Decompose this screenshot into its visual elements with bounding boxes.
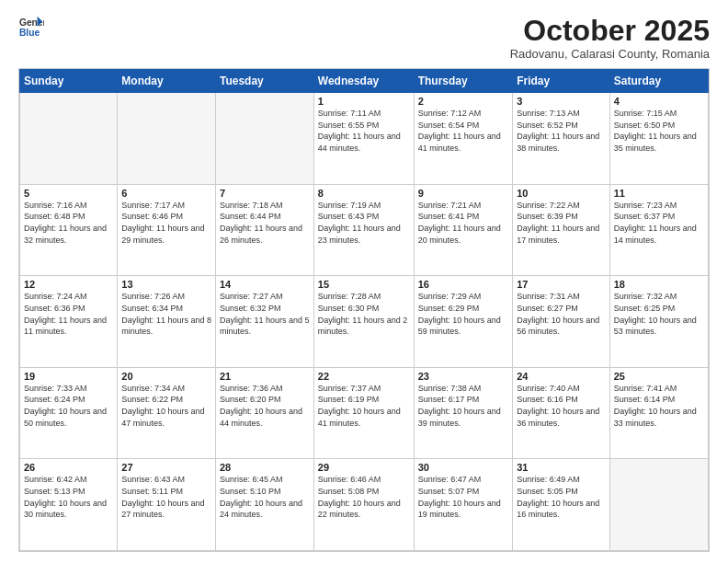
day-info: Sunrise: 7:41 AMSunset: 6:14 PMDaylight:…	[614, 383, 704, 429]
cal-cell-4-4: 30Sunrise: 6:47 AMSunset: 5:07 PMDayligh…	[414, 459, 513, 551]
day-info: Sunrise: 7:29 AMSunset: 6:29 PMDaylight:…	[418, 291, 509, 337]
day-info: Sunrise: 7:16 AMSunset: 6:48 PMDaylight:…	[24, 200, 113, 246]
day-info: Sunrise: 7:15 AMSunset: 6:50 PMDaylight:…	[614, 108, 704, 154]
cal-cell-1-6: 11Sunrise: 7:23 AMSunset: 6:37 PMDayligh…	[609, 184, 708, 276]
calendar-table: Sunday Monday Tuesday Wednesday Thursday…	[19, 69, 709, 551]
day-info: Sunrise: 7:37 AMSunset: 6:19 PMDaylight:…	[318, 383, 410, 429]
day-number: 29	[318, 462, 410, 473]
cal-cell-2-3: 15Sunrise: 7:28 AMSunset: 6:30 PMDayligh…	[313, 276, 414, 368]
day-number: 20	[121, 371, 211, 382]
day-number: 19	[24, 371, 113, 382]
cal-cell-1-3: 8Sunrise: 7:19 AMSunset: 6:43 PMDaylight…	[313, 184, 414, 276]
col-thursday: Thursday	[414, 70, 513, 93]
day-number: 18	[614, 279, 704, 290]
day-info: Sunrise: 7:23 AMSunset: 6:37 PMDaylight:…	[614, 200, 704, 246]
day-number: 9	[418, 188, 509, 199]
day-number: 28	[220, 462, 310, 473]
day-info: Sunrise: 7:22 AMSunset: 6:39 PMDaylight:…	[517, 200, 606, 246]
cal-cell-4-1: 27Sunrise: 6:43 AMSunset: 5:11 PMDayligh…	[118, 459, 216, 551]
week-row-2: 12Sunrise: 7:24 AMSunset: 6:36 PMDayligh…	[20, 276, 709, 368]
cal-cell-0-5: 3Sunrise: 7:13 AMSunset: 6:52 PMDaylight…	[513, 93, 610, 185]
day-info: Sunrise: 7:31 AMSunset: 6:27 PMDaylight:…	[517, 291, 606, 337]
cal-cell-1-1: 6Sunrise: 7:17 AMSunset: 6:46 PMDaylight…	[118, 184, 216, 276]
day-number: 27	[121, 462, 211, 473]
day-number: 7	[220, 188, 310, 199]
day-number: 21	[220, 371, 310, 382]
cal-cell-0-4: 2Sunrise: 7:12 AMSunset: 6:54 PMDaylight…	[414, 93, 513, 185]
day-info: Sunrise: 6:46 AMSunset: 5:08 PMDaylight:…	[318, 474, 410, 520]
week-row-0: 1Sunrise: 7:11 AMSunset: 6:55 PMDaylight…	[20, 93, 709, 185]
day-info: Sunrise: 6:49 AMSunset: 5:05 PMDaylight:…	[517, 474, 606, 520]
day-number: 12	[24, 279, 113, 290]
cal-cell-4-5: 31Sunrise: 6:49 AMSunset: 5:05 PMDayligh…	[513, 459, 610, 551]
col-wednesday: Wednesday	[313, 70, 414, 93]
cal-cell-0-3: 1Sunrise: 7:11 AMSunset: 6:55 PMDaylight…	[313, 93, 414, 185]
cal-cell-3-5: 24Sunrise: 7:40 AMSunset: 6:16 PMDayligh…	[513, 367, 610, 459]
subtitle: Radovanu, Calarasi County, Romania	[510, 47, 710, 61]
day-info: Sunrise: 7:40 AMSunset: 6:16 PMDaylight:…	[517, 383, 606, 429]
day-number: 25	[614, 371, 704, 382]
day-number: 26	[24, 462, 113, 473]
cal-cell-4-2: 28Sunrise: 6:45 AMSunset: 5:10 PMDayligh…	[215, 459, 313, 551]
day-info: Sunrise: 7:21 AMSunset: 6:41 PMDaylight:…	[418, 200, 509, 246]
cal-cell-1-4: 9Sunrise: 7:21 AMSunset: 6:41 PMDaylight…	[414, 184, 513, 276]
cal-cell-2-0: 12Sunrise: 7:24 AMSunset: 6:36 PMDayligh…	[20, 276, 118, 368]
logo-icon: General Blue	[18, 15, 44, 40]
day-info: Sunrise: 7:34 AMSunset: 6:22 PMDaylight:…	[121, 383, 211, 429]
week-row-4: 26Sunrise: 6:42 AMSunset: 5:13 PMDayligh…	[20, 459, 709, 551]
logo: General Blue	[18, 15, 44, 40]
day-number: 31	[517, 462, 606, 473]
day-number: 15	[318, 279, 410, 290]
cal-cell-2-6: 18Sunrise: 7:32 AMSunset: 6:25 PMDayligh…	[609, 276, 708, 368]
day-number: 5	[24, 188, 113, 199]
cal-cell-0-2	[215, 93, 313, 185]
day-number: 11	[614, 188, 704, 199]
day-info: Sunrise: 7:32 AMSunset: 6:25 PMDaylight:…	[614, 291, 704, 337]
day-info: Sunrise: 7:13 AMSunset: 6:52 PMDaylight:…	[517, 108, 606, 154]
day-number: 1	[318, 96, 410, 107]
cal-cell-4-3: 29Sunrise: 6:46 AMSunset: 5:08 PMDayligh…	[313, 459, 414, 551]
day-info: Sunrise: 6:47 AMSunset: 5:07 PMDaylight:…	[418, 474, 509, 520]
col-saturday: Saturday	[609, 70, 708, 93]
day-info: Sunrise: 7:19 AMSunset: 6:43 PMDaylight:…	[318, 200, 410, 246]
day-number: 24	[517, 371, 606, 382]
day-info: Sunrise: 7:27 AMSunset: 6:32 PMDaylight:…	[220, 291, 310, 337]
day-info: Sunrise: 7:36 AMSunset: 6:20 PMDaylight:…	[220, 383, 310, 429]
header-row: Sunday Monday Tuesday Wednesday Thursday…	[20, 70, 709, 93]
day-info: Sunrise: 7:18 AMSunset: 6:44 PMDaylight:…	[220, 200, 310, 246]
cal-cell-3-3: 22Sunrise: 7:37 AMSunset: 6:19 PMDayligh…	[313, 367, 414, 459]
cal-cell-0-6: 4Sunrise: 7:15 AMSunset: 6:50 PMDaylight…	[609, 93, 708, 185]
day-info: Sunrise: 7:33 AMSunset: 6:24 PMDaylight:…	[24, 383, 113, 429]
day-info: Sunrise: 6:45 AMSunset: 5:10 PMDaylight:…	[220, 474, 310, 520]
header: General Blue October 2025 Radovanu, Cala…	[18, 15, 710, 61]
cal-cell-1-0: 5Sunrise: 7:16 AMSunset: 6:48 PMDaylight…	[20, 184, 118, 276]
day-info: Sunrise: 6:42 AMSunset: 5:13 PMDaylight:…	[24, 474, 113, 520]
day-number: 4	[614, 96, 704, 107]
week-row-3: 19Sunrise: 7:33 AMSunset: 6:24 PMDayligh…	[20, 367, 709, 459]
col-monday: Monday	[118, 70, 216, 93]
cal-cell-3-2: 21Sunrise: 7:36 AMSunset: 6:20 PMDayligh…	[215, 367, 313, 459]
calendar: Sunday Monday Tuesday Wednesday Thursday…	[18, 68, 710, 552]
day-number: 10	[517, 188, 606, 199]
day-number: 8	[318, 188, 410, 199]
week-row-1: 5Sunrise: 7:16 AMSunset: 6:48 PMDaylight…	[20, 184, 709, 276]
month-title: October 2025	[510, 15, 710, 47]
col-friday: Friday	[513, 70, 610, 93]
cal-cell-4-0: 26Sunrise: 6:42 AMSunset: 5:13 PMDayligh…	[20, 459, 118, 551]
day-number: 23	[418, 371, 509, 382]
day-info: Sunrise: 7:11 AMSunset: 6:55 PMDaylight:…	[318, 108, 410, 154]
day-info: Sunrise: 7:17 AMSunset: 6:46 PMDaylight:…	[121, 200, 211, 246]
cal-cell-3-6: 25Sunrise: 7:41 AMSunset: 6:14 PMDayligh…	[609, 367, 708, 459]
col-tuesday: Tuesday	[215, 70, 313, 93]
day-info: Sunrise: 7:12 AMSunset: 6:54 PMDaylight:…	[418, 108, 509, 154]
cal-cell-3-0: 19Sunrise: 7:33 AMSunset: 6:24 PMDayligh…	[20, 367, 118, 459]
cal-cell-0-1	[118, 93, 216, 185]
day-number: 6	[121, 188, 211, 199]
day-info: Sunrise: 7:38 AMSunset: 6:17 PMDaylight:…	[418, 383, 509, 429]
cal-cell-3-1: 20Sunrise: 7:34 AMSunset: 6:22 PMDayligh…	[118, 367, 216, 459]
cal-cell-2-5: 17Sunrise: 7:31 AMSunset: 6:27 PMDayligh…	[513, 276, 610, 368]
svg-text:Blue: Blue	[19, 28, 40, 38]
day-info: Sunrise: 7:28 AMSunset: 6:30 PMDaylight:…	[318, 291, 410, 337]
cal-cell-2-4: 16Sunrise: 7:29 AMSunset: 6:29 PMDayligh…	[414, 276, 513, 368]
title-block: October 2025 Radovanu, Calarasi County, …	[510, 15, 710, 61]
